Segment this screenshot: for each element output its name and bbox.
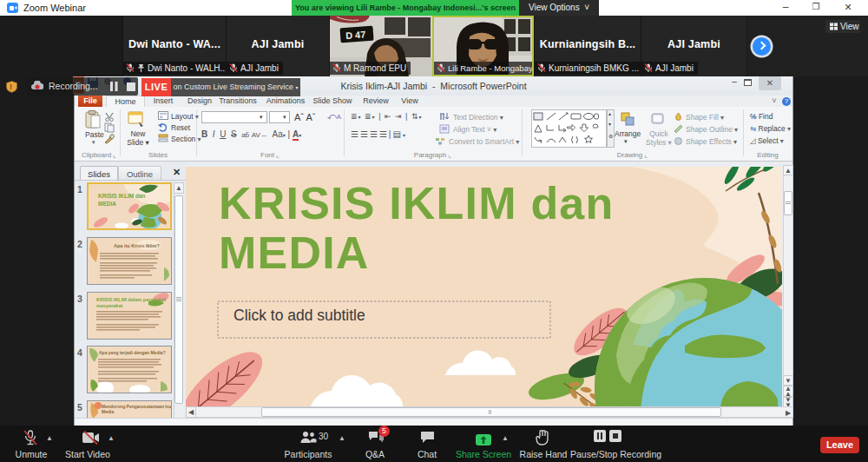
svg-text:MEDIA: MEDIA	[219, 228, 370, 278]
svg-text:Apa itu Krisis Iklim?: Apa itu Krisis Iklim?	[114, 243, 161, 248]
svg-text:KRISIS IKLIM dalam perspekt: KRISIS IKLIM dalam perspektif	[96, 297, 166, 302]
svg-text:KRISIS IKLIM dan: KRISIS IKLIM dan	[219, 178, 614, 228]
svg-text:KRISIS IKLIM dan: KRISIS IKLIM dan	[98, 193, 146, 199]
svg-text:D 47: D 47	[345, 29, 366, 41]
svg-text:Media: Media	[102, 409, 114, 414]
svg-text:MEDIA: MEDIA	[98, 201, 116, 207]
svg-text:Click to add subtitle: Click to add subtitle	[233, 307, 365, 324]
svg-text:!: !	[10, 82, 12, 91]
svg-text:masyarakat: masyarakat	[96, 303, 122, 308]
svg-text:Apa yang terjadi dengan Medi: Apa yang terjadi dengan Media?	[99, 350, 166, 355]
